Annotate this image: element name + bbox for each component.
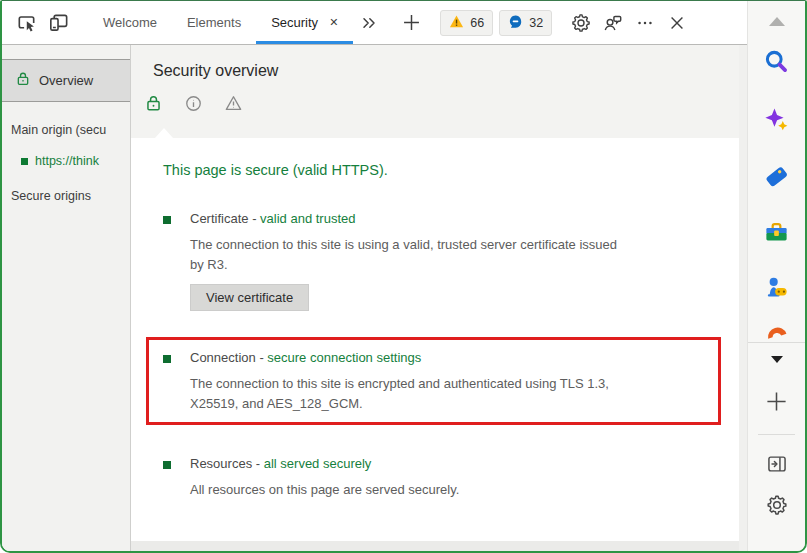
tab-elements[interactable]: Elements <box>172 1 256 44</box>
triangle-up-icon <box>769 17 785 26</box>
resources-title: Resources - all served securely <box>190 456 459 471</box>
sidebar-item-shopping[interactable] <box>759 160 795 196</box>
tab-security-label: Security <box>271 15 318 30</box>
connection-prefix: Connection - <box>190 350 267 365</box>
resources-description: All resources on this page are served se… <box>190 480 459 500</box>
edge-sidebar <box>747 1 805 551</box>
connection-desc-line1: The connection to this site is encrypted… <box>190 374 609 394</box>
message-bubble-icon <box>508 14 523 32</box>
view-certificate-button[interactable]: View certificate <box>190 284 309 311</box>
panel-body: This page is secure (valid HTTPS). Certi… <box>131 138 739 541</box>
certificate-desc-line2: by R3. <box>190 255 617 275</box>
resources-section: Resources - all served securely All reso… <box>163 456 719 500</box>
secure-lock-icon[interactable] <box>143 93 163 113</box>
certificate-link[interactable]: valid and trusted <box>260 211 355 226</box>
devtools-toolbar: Welcome Elements Security ✕ 66 3 <box>2 1 747 45</box>
tab-welcome-label: Welcome <box>103 15 157 30</box>
warning-triangle-icon <box>449 14 464 32</box>
main-origin-label: Main origin (secu <box>11 123 130 137</box>
security-sidebar: Overview Main origin (secu https://think… <box>2 45 131 551</box>
secure-bullet-icon <box>21 158 28 165</box>
scroll-up-button[interactable] <box>759 3 795 39</box>
collapse-sidebar-items-button[interactable] <box>759 341 795 377</box>
inspect-element-button[interactable] <box>10 1 42 44</box>
tab-elements-label: Elements <box>187 15 241 30</box>
devtools-settings-button[interactable] <box>565 1 597 44</box>
close-tab-icon[interactable]: ✕ <box>329 16 338 29</box>
device-emulation-button[interactable] <box>42 1 74 44</box>
feedback-button[interactable] <box>597 1 629 44</box>
ellipsis-icon <box>635 13 655 33</box>
secure-bullet-icon <box>163 355 171 363</box>
enter-sidebar-icon <box>766 453 788 479</box>
overview-label: Overview <box>39 73 93 88</box>
issues-count: 66 <box>470 16 484 30</box>
connection-desc-line2: X25519, and AES_128_GCM. <box>190 394 609 414</box>
secure-origins-label: Secure origins <box>11 189 130 203</box>
plus-icon <box>401 12 422 33</box>
warning-icon[interactable] <box>223 93 243 113</box>
certificate-prefix: Certificate - <box>190 211 260 226</box>
sidebar-divider <box>758 434 795 435</box>
secure-summary: This page is secure (valid HTTPS). <box>163 162 719 178</box>
sidebar-settings-button[interactable] <box>759 489 795 525</box>
price-tag-icon <box>763 163 790 194</box>
connection-description: The connection to this site is encrypted… <box>190 374 609 414</box>
security-main-panel: Security overview This page is secure (v… <box>131 45 747 551</box>
certificate-section: Certificate - valid and trusted The conn… <box>163 211 719 311</box>
panel-header: Security overview <box>131 45 739 138</box>
triangle-down-icon <box>771 356 783 363</box>
origin-link-label: https://think <box>35 154 99 168</box>
certificate-description: The connection to this site is using a v… <box>190 235 617 275</box>
inspect-icon <box>15 11 38 34</box>
games-icon <box>763 274 790 305</box>
devtools-tabs: Welcome Elements Security ✕ <box>88 1 353 44</box>
connection-section: Connection - secure connection settings … <box>163 350 719 414</box>
open-in-sidebar-button[interactable] <box>759 448 795 484</box>
close-devtools-button[interactable] <box>661 1 693 44</box>
resources-prefix: Resources - <box>190 456 264 471</box>
chevron-double-right-icon <box>359 13 379 33</box>
messages-count: 32 <box>529 16 543 30</box>
page-title: Security overview <box>131 45 739 80</box>
lock-icon <box>15 71 31 90</box>
devtools-window: Welcome Elements Security ✕ 66 3 <box>0 0 807 553</box>
sidebar-item-tools[interactable] <box>759 216 795 252</box>
panel-bottom-strip <box>131 541 739 551</box>
customize-sidebar-button[interactable] <box>759 385 795 421</box>
sidebar-item-games[interactable] <box>759 271 795 307</box>
gear-icon <box>570 12 592 34</box>
sidebar-item-search[interactable] <box>759 45 795 81</box>
secure-bullet-icon <box>163 461 171 469</box>
secure-bullet-icon <box>163 216 171 224</box>
connection-link[interactable]: secure connection settings <box>267 350 421 365</box>
feedback-icon <box>602 12 624 34</box>
more-options-button[interactable] <box>629 1 661 44</box>
new-tab-button[interactable] <box>395 1 427 44</box>
sparkle-icon <box>763 106 790 137</box>
tab-security[interactable]: Security ✕ <box>256 1 353 44</box>
panel-view-icons <box>131 80 739 113</box>
origin-link[interactable]: https://think <box>21 154 130 168</box>
more-tabs-button[interactable] <box>353 1 385 44</box>
info-icon[interactable] <box>183 93 203 113</box>
close-icon <box>667 13 687 33</box>
devtools-work-area: Overview Main origin (secu https://think… <box>2 45 747 551</box>
devtools-area: Welcome Elements Security ✕ 66 3 <box>2 1 747 551</box>
sidebar-item-overview[interactable]: Overview <box>2 59 130 102</box>
certificate-desc-line1: The connection to this site is using a v… <box>190 235 617 255</box>
toolbox-icon <box>763 219 790 250</box>
device-emulation-icon <box>47 11 70 34</box>
sidebar-item-copilot[interactable] <box>759 103 795 139</box>
certificate-title: Certificate - valid and trusted <box>190 211 617 226</box>
issues-badge[interactable]: 66 <box>440 10 493 36</box>
tab-welcome[interactable]: Welcome <box>88 1 172 44</box>
search-icon <box>763 48 790 79</box>
resources-desc-line1: All resources on this page are served se… <box>190 480 459 500</box>
plus-icon <box>765 390 788 417</box>
console-messages-badge[interactable]: 32 <box>499 10 552 36</box>
gear-icon <box>765 493 789 521</box>
connection-title: Connection - secure connection settings <box>190 350 609 365</box>
resources-link[interactable]: all served securely <box>264 456 372 471</box>
callout-pointer <box>155 128 173 138</box>
